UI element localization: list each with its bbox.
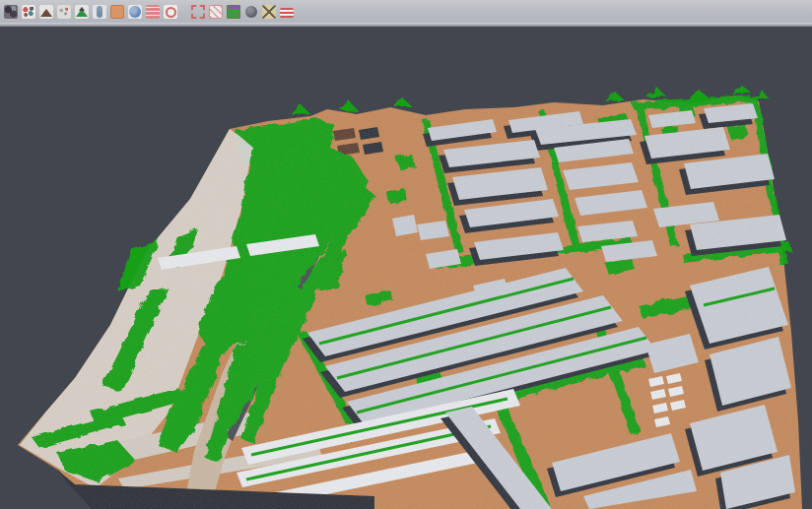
terrain-brown-icon[interactable] <box>39 5 53 19</box>
red-ring-icon[interactable] <box>164 5 177 19</box>
striped-flag-icon[interactable] <box>280 8 294 18</box>
red-list-icon[interactable] <box>146 5 160 19</box>
scene-svg <box>0 27 812 509</box>
orange-tile-icon[interactable] <box>110 5 124 19</box>
dark-sphere-icon[interactable] <box>244 5 258 19</box>
sparse-points-icon[interactable] <box>57 5 71 19</box>
globe-icon[interactable] <box>128 5 142 19</box>
vegetation-patch <box>291 104 310 115</box>
profile-bar-icon[interactable] <box>93 5 106 19</box>
colored-points-icon[interactable] <box>22 5 35 19</box>
vegetation-patch <box>339 100 359 111</box>
classified-raster-icon[interactable] <box>227 5 240 19</box>
vegetation-patch <box>646 87 666 97</box>
survey-map-icon[interactable] <box>262 5 276 19</box>
main-toolbar <box>0 0 812 23</box>
vegetation-patch <box>605 92 625 101</box>
vegetation-patch <box>392 97 412 106</box>
terrain-green-icon[interactable] <box>75 5 89 19</box>
vegetation-patch <box>690 91 710 99</box>
selection-frame-icon[interactable] <box>191 5 205 19</box>
point-cluster-icon[interactable] <box>4 5 18 19</box>
application-window: { "window": { "toolbar_bg": "#b7bac0", "… <box>0 0 812 509</box>
vegetation-patch <box>731 85 751 94</box>
viewport-3d[interactable] <box>0 27 812 509</box>
checker-grid-icon[interactable] <box>209 5 223 19</box>
